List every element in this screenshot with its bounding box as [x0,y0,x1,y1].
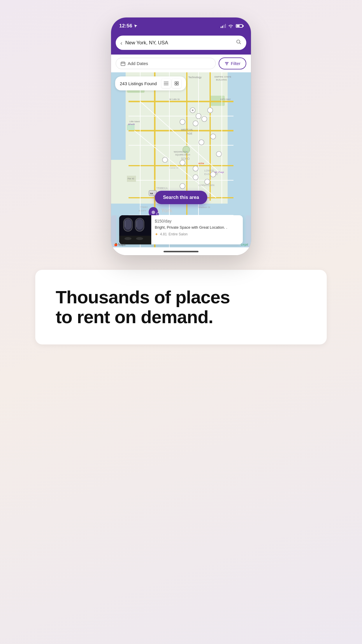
svg-rect-54 [127,125,134,130]
svg-point-63 [208,108,213,113]
grid-view-button[interactable] [172,79,181,88]
search-location-text: New York, NY, USA [125,40,233,46]
filter-icon [224,61,229,66]
svg-text:K CITY: K CITY [139,209,146,212]
home-indicator [111,247,251,255]
svg-rect-86 [177,84,178,85]
svg-text:TRIBECA: TRIBECA [156,187,168,190]
svg-rect-93 [136,219,143,230]
salon-image-svg [119,215,151,244]
listing-type: Entire Salon [168,232,187,236]
phone-frame: 12:56 [111,18,251,255]
apple-maps-label: 🍎 Maps [114,243,125,246]
map-attribution: 🍎 Maps [114,243,125,246]
svg-text:Canal St: Canal St [169,167,178,169]
svg-point-76 [205,179,210,184]
view-toggle [161,79,181,88]
price-unit: /day [164,219,171,223]
svg-line-1 [240,43,241,44]
svg-text:Pier 40: Pier 40 [128,178,134,180]
back-button[interactable]: ‹ [120,40,122,46]
location-arrow-icon [134,24,138,28]
svg-point-77 [180,183,185,189]
home-bar [164,251,198,252]
svg-point-68 [210,134,216,139]
svg-text:SQUARE ARCH: SQUARE ARCH [175,154,190,156]
legal-link[interactable]: Legal [241,243,248,246]
calendar-icon [121,61,125,66]
svg-point-62 [192,109,194,111]
status-bar: 12:56 [111,18,251,33]
svg-text:Madison St: Madison St [198,206,210,209]
svg-text:W 14th St: W 14th St [169,98,180,101]
svg-text:@Pier55: @Pier55 [128,123,135,125]
battery-icon [236,24,243,28]
svg-text:BUILDING: BUILDING [216,78,227,81]
svg-point-71 [162,157,168,162]
svg-text:Little Island: Little Island [129,120,140,123]
listing-price: $150/day [155,218,239,224]
listing-title: Bright, Private Space with Great Locatio… [155,225,239,230]
price-value: $150 [155,219,164,223]
svg-point-73 [193,166,198,171]
add-dates-label: Add Dates [128,61,148,66]
svg-rect-84 [177,82,178,83]
listings-count-badge: 243 Listings Found [115,76,186,90]
marketing-section: Thousands of places to rent on demand. [35,270,327,344]
app-header: ‹ New York, NY, USA [111,33,251,55]
svg-point-74 [210,172,216,177]
svg-rect-91 [124,219,131,230]
svg-text:Mr. Purpl: Mr. Purpl [215,171,224,174]
listings-count-text: 243 Listings Found [120,81,157,86]
svg-rect-83 [175,82,176,83]
add-dates-button[interactable]: Add Dates [116,58,216,69]
listing-card-row: $150/day Bright, Private Space with Grea… [111,215,251,247]
svg-point-78 [152,211,155,214]
svg-rect-85 [175,84,176,85]
listing-info: $150/day Bright, Private Space with Grea… [151,215,243,244]
svg-rect-2 [121,62,125,66]
marketing-headline: Thousands of places to rent on demand. [56,287,306,327]
list-view-button[interactable] [161,79,171,88]
time-label: 12:56 [119,23,132,29]
list-view-icon [164,81,168,85]
svg-text:TTERY: TTERY [140,206,148,209]
card-peek-right [246,215,251,247]
svg-point-69 [199,140,204,145]
svg-point-95 [136,237,143,240]
filter-row: Add Dates Filter [111,55,251,72]
status-time: 12:56 [119,23,138,29]
svg-text:WASHINGTON: WASHINGTON [174,151,188,153]
map-area[interactable]: Technology EMPIRE STATE BUILDING KIPS BA… [111,72,251,247]
svg-point-72 [180,160,185,165]
wifi-icon [228,24,233,28]
search-icon-button[interactable] [236,39,242,46]
svg-text:9A: 9A [150,192,153,195]
search-area-button[interactable]: Search this area [155,191,207,204]
svg-point-67 [193,121,198,126]
svg-point-0 [237,40,240,43]
svg-point-94 [124,237,131,240]
grid-view-icon [174,81,179,85]
signal-bars-icon [221,24,226,28]
svg-point-75 [193,175,198,180]
svg-point-64 [196,113,201,119]
person-icon: ✦ [155,232,158,237]
search-icon [236,39,242,45]
page-wrapper: 12:56 [0,0,362,644]
svg-text:AGE: AGE [187,132,192,135]
status-icons [221,24,243,28]
svg-point-65 [202,116,207,122]
card-peek-left [111,215,116,247]
svg-text:WEST VIL: WEST VIL [181,128,193,131]
headline-line1: Thousands of places [56,287,230,307]
listing-card[interactable]: $150/day Bright, Private Space with Grea… [119,215,243,244]
svg-text:EMPIRE STATE: EMPIRE STATE [215,76,231,78]
headline-line2: to rent on demand. [56,307,213,327]
svg-text:KIPS BAY: KIPS BAY [220,98,231,101]
svg-text:KITH: KITH [198,162,204,165]
filter-button[interactable]: Filter [219,57,246,69]
search-bar[interactable]: ‹ New York, NY, USA [116,36,246,50]
listing-image [119,215,151,244]
listing-meta: ✦ 4.81 Entire Salon [155,232,239,237]
